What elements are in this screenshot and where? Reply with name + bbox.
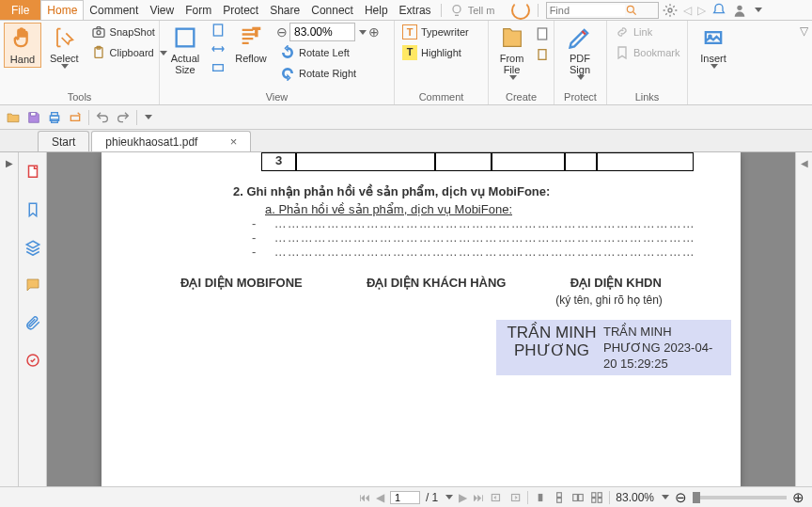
open-icon[interactable] xyxy=(6,110,21,125)
svg-rect-16 xyxy=(31,112,36,115)
menu-help[interactable]: Help xyxy=(359,1,394,20)
find-box[interactable] xyxy=(546,2,659,19)
tab-document[interactable]: phieukhaosat1.pdf× xyxy=(91,131,251,151)
collapse-right-icon[interactable]: ◀ xyxy=(801,158,808,168)
view-facing-icon[interactable] xyxy=(571,491,585,504)
first-page-icon[interactable]: ⏮ xyxy=(359,491,370,504)
ribbon-collapse-icon[interactable]: ▽ xyxy=(800,24,808,38)
page-input[interactable] xyxy=(390,491,420,504)
menu-protect[interactable]: Protect xyxy=(217,1,264,20)
typewriter-icon: T xyxy=(402,24,417,40)
group-label-tools: Tools xyxy=(4,89,155,103)
actual-size-icon xyxy=(172,24,198,51)
menu-share[interactable]: Share xyxy=(264,1,305,20)
insert-button[interactable]: Insert xyxy=(692,23,735,71)
bookmarks-panel-icon[interactable] xyxy=(24,201,41,218)
zoom-in-icon[interactable]: ⊕ xyxy=(368,24,380,40)
clipboard-button[interactable]: Clipboard xyxy=(87,43,171,62)
svg-point-5 xyxy=(97,31,101,35)
rotate-right-icon xyxy=(280,66,295,81)
user-dropdown[interactable] xyxy=(755,8,762,12)
svg-rect-27 xyxy=(557,498,562,502)
table-cell: 3 xyxy=(261,152,296,171)
last-page-icon[interactable]: ⏭ xyxy=(473,491,484,504)
view-single-icon[interactable] xyxy=(534,491,547,504)
close-tab-icon[interactable]: × xyxy=(230,135,238,149)
zoom-slider[interactable] xyxy=(693,496,787,499)
next-page-icon[interactable]: ▶ xyxy=(459,491,467,504)
user-icon[interactable] xyxy=(732,3,747,18)
menu-view[interactable]: View xyxy=(144,1,180,20)
typewriter-button[interactable]: TTypewriter xyxy=(398,23,473,41)
menu-home[interactable]: Home xyxy=(40,0,84,20)
doc-subheading: a. Phản hồi về sản phẩm, dịch vụ MobiFon… xyxy=(265,202,694,216)
group-label-protect: Protect xyxy=(558,89,602,103)
signatures-panel-icon[interactable] xyxy=(24,352,41,369)
reflow-button[interactable]: T Reflow xyxy=(229,23,273,66)
redo-icon[interactable] xyxy=(116,110,131,125)
svg-rect-8 xyxy=(177,29,195,47)
save-icon[interactable] xyxy=(26,110,41,125)
from-file-button[interactable]: From File xyxy=(492,23,531,82)
svg-rect-28 xyxy=(573,494,578,500)
digital-signature[interactable]: TRẦN MINH PHƯƠNG TRẦN MINH PHƯƠNG 2023-0… xyxy=(496,320,731,375)
svg-point-1 xyxy=(627,6,633,12)
rotate-left-button[interactable]: Rotate Left xyxy=(276,43,380,62)
attachments-panel-icon[interactable] xyxy=(24,314,41,331)
bookmark-button[interactable]: Bookmark xyxy=(611,43,684,62)
right-gutter[interactable]: ◀ xyxy=(795,152,812,486)
clipboard-pdf-icon[interactable] xyxy=(535,47,550,62)
qtb-dropdown[interactable] xyxy=(145,115,152,119)
reflow-icon: T xyxy=(238,24,264,51)
hand-tool[interactable]: Hand xyxy=(4,23,41,68)
blank-icon[interactable] xyxy=(535,26,550,41)
expand-nav-icon[interactable]: ▶ xyxy=(6,158,13,168)
fit-visible-icon[interactable] xyxy=(211,60,226,75)
zoom-out-icon[interactable]: ⊖ xyxy=(276,24,288,40)
layers-panel-icon[interactable] xyxy=(24,239,41,256)
pdf-sign-button[interactable]: PDF Sign xyxy=(558,23,601,82)
tell-me-input[interactable]: Tell m xyxy=(468,5,508,16)
signature-detail: TRẦN MINH PHƯƠNG 2023-04-20 15:29:25 xyxy=(603,324,726,372)
actual-size-button[interactable]: Actual Size xyxy=(164,23,207,77)
sig-col-1: ĐẠI DIỆN MOBIFONE xyxy=(180,276,303,290)
menu-form[interactable]: Form xyxy=(180,1,217,20)
find-input[interactable] xyxy=(550,5,625,16)
fit-width-icon[interactable] xyxy=(211,41,226,56)
highlight-button[interactable]: THighlight xyxy=(398,43,473,62)
tab-start[interactable]: Start xyxy=(38,131,89,151)
view-facing-cont-icon[interactable] xyxy=(590,491,603,504)
svg-text:T: T xyxy=(253,25,259,38)
comments-panel-icon[interactable] xyxy=(24,277,41,293)
zoom-in-status-icon[interactable]: ⊕ xyxy=(792,489,804,506)
nav-fwd-icon[interactable] xyxy=(508,491,522,504)
prev-page-icon[interactable]: ◀ xyxy=(376,491,384,504)
select-icon xyxy=(51,24,77,51)
print-icon[interactable] xyxy=(47,110,62,125)
zoom-input[interactable] xyxy=(289,23,355,41)
svg-rect-18 xyxy=(52,112,58,115)
zoom-out-status-icon[interactable]: ⊖ xyxy=(675,489,687,506)
snapshot-button[interactable]: SnapShot xyxy=(87,23,171,41)
bell-icon[interactable] xyxy=(711,3,726,18)
menu-comment[interactable]: Comment xyxy=(84,1,144,20)
next-icon[interactable]: ▷ xyxy=(697,4,706,17)
gear-icon[interactable] xyxy=(663,3,678,18)
quick-print-icon[interactable] xyxy=(68,110,83,125)
rotate-right-button[interactable]: Rotate Right xyxy=(276,64,380,83)
link-button[interactable]: Link xyxy=(611,23,684,41)
fit-page-icon[interactable] xyxy=(211,23,226,38)
menu-connect[interactable]: Connect xyxy=(305,1,359,20)
pages-panel-icon[interactable] xyxy=(24,164,41,181)
nav-back-icon[interactable] xyxy=(490,491,503,504)
menu-extras[interactable]: Extras xyxy=(394,1,437,20)
undo-icon[interactable] xyxy=(95,110,110,125)
svg-rect-24 xyxy=(512,494,520,500)
prev-icon[interactable]: ◁ xyxy=(683,4,692,17)
document-viewport[interactable]: 3 2. Ghi nhận phản hồi về sản phẩm, dịch… xyxy=(47,152,795,486)
select-tool[interactable]: Select xyxy=(45,23,84,71)
file-menu[interactable]: File xyxy=(0,0,40,20)
signature-name: TRẦN MINH PHƯƠNG xyxy=(500,324,603,359)
nav-gutter[interactable]: ▶ xyxy=(0,152,19,486)
view-continuous-icon[interactable] xyxy=(553,491,566,504)
